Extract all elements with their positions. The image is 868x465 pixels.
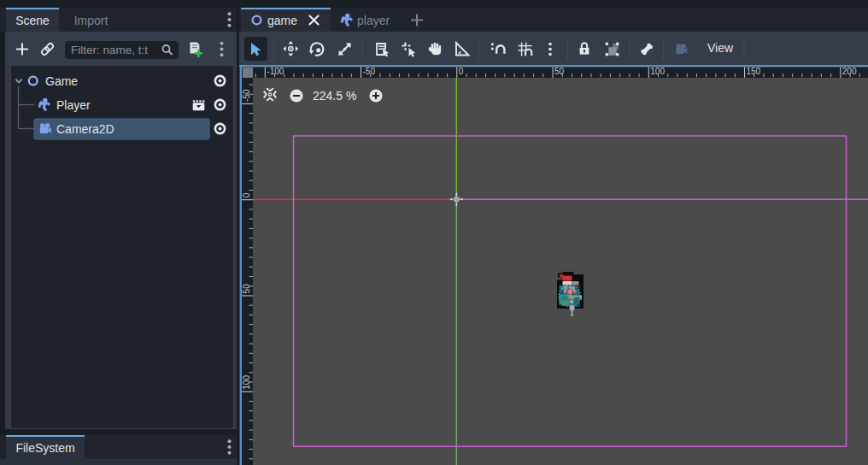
svg-text:200: 200 [842,67,857,76]
svg-text:0: 0 [242,192,251,197]
svg-text:-100: -100 [267,67,284,76]
svg-text:50: 50 [554,67,565,76]
svg-text:0: 0 [459,67,464,76]
svg-text:150: 150 [747,67,761,76]
svg-text:-50: -50 [363,67,376,76]
svg-text:50: 50 [242,284,251,294]
svg-text:100: 100 [650,67,665,76]
svg-text:100: 100 [242,375,251,390]
svg-text:-50: -50 [242,89,251,102]
